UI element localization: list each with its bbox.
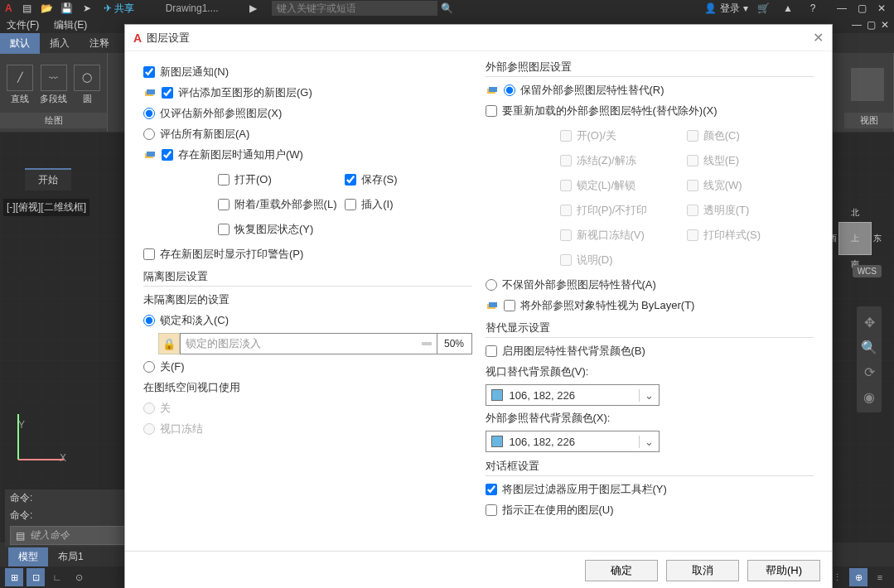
menu-edit[interactable]: 编辑(E): [54, 18, 87, 32]
checkbox-reload[interactable]: [486, 105, 497, 117]
window-min-icon[interactable]: —: [852, 19, 862, 31]
label-paperspace: 在图纸空间视口使用: [143, 380, 240, 395]
status-anno-icon[interactable]: ⊕: [849, 568, 867, 586]
status-icon-2[interactable]: ⊡: [27, 568, 45, 586]
checkbox-indicate-used[interactable]: [486, 504, 497, 516]
checkbox-enable-bg[interactable]: [486, 345, 497, 357]
zoom-icon[interactable]: 🔍: [857, 335, 882, 359]
dialog-titlebar: A 图层设置 ✕: [125, 25, 832, 51]
apps-icon[interactable]: ▲: [780, 1, 795, 16]
radio-off[interactable]: [143, 361, 155, 373]
status-menu-icon[interactable]: ≡: [871, 568, 889, 586]
checkbox-new-layer-notify[interactable]: [143, 66, 155, 78]
orbit-icon[interactable]: ⟳: [857, 359, 882, 384]
tab-layout1[interactable]: 布局1: [48, 547, 94, 566]
radio-lock-fade[interactable]: [143, 315, 155, 326]
tab-model[interactable]: 模型: [8, 547, 48, 566]
cube-top[interactable]: 上: [838, 222, 872, 255]
wcs-label[interactable]: WCS: [853, 265, 882, 277]
checkbox-save[interactable]: [345, 174, 356, 186]
status-icon-1[interactable]: ⊞: [5, 568, 23, 586]
checkbox-notify-user[interactable]: [162, 149, 173, 161]
status-icon-4[interactable]: ⊙: [70, 568, 88, 586]
menu-file[interactable]: 文件(F): [7, 18, 39, 32]
share-button[interactable]: ✈ 共享: [104, 2, 134, 16]
chevron-down-icon: ⌄: [639, 389, 654, 402]
ribbon-group-view: 视图: [844, 53, 894, 132]
radio-no-retain[interactable]: [486, 279, 497, 291]
maximize-icon[interactable]: ▢: [854, 2, 869, 14]
fade-slider[interactable]: 锁定的图层淡入: [180, 333, 437, 354]
label-vp-freeze: 视口冻结: [160, 422, 203, 436]
cancel-button[interactable]: 取消: [666, 560, 739, 581]
row-unisolated: 未隔离图层的设置: [143, 292, 472, 308]
status-icon-3[interactable]: ∟: [48, 568, 66, 586]
checkbox-restore[interactable]: [218, 224, 230, 235]
help-icon[interactable]: ?: [805, 1, 820, 16]
tool-polyline[interactable]: 〰 多段线: [40, 65, 67, 105]
search-input[interactable]: 键入关键字或短语: [272, 1, 437, 16]
start-tab[interactable]: 开始: [25, 168, 71, 190]
checkbox-eval-added[interactable]: [162, 87, 173, 99]
pan-icon[interactable]: ✥: [857, 310, 882, 335]
help-button[interactable]: 帮助(H): [747, 560, 820, 581]
search-icon[interactable]: 🔍: [440, 1, 455, 16]
row-attach: 附着/重载外部参照(L): [218, 196, 345, 213]
dropdown-icon[interactable]: ▶: [246, 1, 261, 16]
label-linetype: 线型(E): [703, 153, 739, 168]
row-vp-bg-dd: 106, 182, 226 ⌄: [486, 384, 814, 406]
label-newvp: 新视口冻结(V): [577, 228, 645, 243]
radio-eval-xref-only[interactable]: [143, 108, 155, 119]
checkbox-insert[interactable]: [345, 199, 356, 210]
save-icon[interactable]: 💾: [60, 1, 75, 16]
open-icon[interactable]: 📂: [40, 1, 55, 16]
tab-insert[interactable]: 插入: [40, 33, 80, 54]
checkbox-attach[interactable]: [218, 199, 230, 210]
checkbox-plot-warn[interactable]: [143, 248, 155, 260]
label-new-layer-notify: 新图层通知(N): [160, 65, 229, 80]
dialog-close-button[interactable]: ✕: [813, 30, 824, 46]
wheel-icon[interactable]: ◉: [857, 384, 882, 409]
radio-retain[interactable]: [504, 84, 515, 96]
cart-icon[interactable]: 🛒: [756, 1, 771, 16]
checkbox-bylayer[interactable]: [504, 300, 515, 311]
chevron-down-icon: ⌄: [639, 436, 654, 448]
section-dialog: 对话框设置: [486, 459, 814, 476]
new-icon[interactable]: ▤: [20, 1, 35, 16]
radio-eval-all[interactable]: [143, 128, 155, 140]
view-icon[interactable]: [851, 68, 884, 101]
close-icon[interactable]: ✕: [874, 2, 889, 14]
command-input-placeholder: 键入命令: [30, 528, 70, 542]
checkbox-open[interactable]: [218, 174, 230, 186]
label-unisolated: 未隔离图层的设置: [143, 292, 230, 307]
login-button[interactable]: 👤 登录 ▾: [704, 2, 748, 16]
label-plot: 打印(P)/不打印: [577, 203, 648, 218]
tool-circle[interactable]: ◯ 圆: [74, 65, 100, 105]
window-close-icon[interactable]: ✕: [881, 19, 889, 31]
fade-percent[interactable]: 50%: [437, 333, 472, 354]
label-lineweight: 线宽(W): [703, 178, 742, 193]
view-label[interactable]: [-][俯视][二维线框]: [3, 199, 89, 216]
window-restore-icon[interactable]: ▢: [867, 19, 876, 31]
checkbox-apply-filter[interactable]: [486, 484, 497, 495]
minimize-icon[interactable]: —: [834, 2, 849, 14]
color-swatch-icon: [491, 389, 503, 401]
dropdown-vp-bg-color[interactable]: 106, 182, 226 ⌄: [486, 384, 660, 406]
arrow-icon[interactable]: ➤: [80, 1, 94, 16]
row-lock-fade: 锁定和淡入(C): [143, 312, 472, 329]
label-bylayer: 将外部参照对象特性视为 ByLayer(T): [520, 298, 695, 313]
tool-polyline-label: 多段线: [40, 93, 67, 105]
section-isolate: 隔离图层设置: [143, 269, 472, 287]
row-new-layer-notify: 新图层通知(N): [143, 64, 472, 80]
ok-button[interactable]: 确定: [585, 560, 658, 581]
tab-annotate[interactable]: 注释: [80, 33, 119, 54]
document-title: Drawing1....: [166, 2, 219, 14]
tool-line[interactable]: ╱ 直线: [7, 65, 33, 105]
tab-default[interactable]: 默认: [0, 33, 40, 54]
row-off: 关(F): [143, 359, 472, 375]
viewcube[interactable]: 北 西 上 东 南: [829, 207, 882, 270]
label-save: 保存(S): [361, 172, 397, 187]
dropdown-xref-bg-color[interactable]: 106, 182, 226 ⌄: [486, 431, 660, 452]
checkbox-description: [560, 254, 572, 266]
row-paperspace: 在图纸空间视口使用: [143, 379, 472, 396]
